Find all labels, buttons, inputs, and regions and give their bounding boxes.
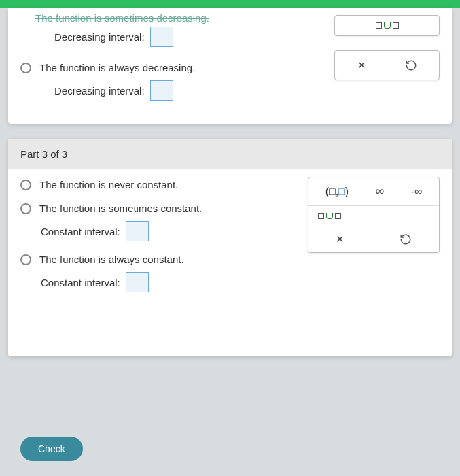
part3-card: Part 3 of 3 The function is never consta…	[8, 139, 452, 356]
part2-toolbar-1	[334, 15, 440, 36]
constant-interval-1-input[interactable]	[126, 221, 149, 241]
radio-icon	[20, 63, 31, 73]
decreasing-interval-2-label: Decreasing interval:	[54, 85, 145, 97]
union-icon[interactable]	[318, 213, 341, 219]
option-always-constant[interactable]: The function is always constant.	[20, 254, 440, 265]
infinity-button[interactable]: ∞	[375, 184, 384, 199]
sometimes-constant-label: The function is sometimes constant.	[39, 203, 202, 214]
part3-header: Part 3 of 3	[8, 139, 452, 169]
never-constant-label: The function is never constant.	[39, 179, 178, 190]
constant-interval-2-row: Constant interval:	[41, 272, 440, 292]
decreasing-interval-1-label: Decreasing interval:	[54, 31, 145, 43]
constant-interval-1-label: Constant interval:	[41, 226, 120, 237]
check-button[interactable]: Check	[20, 437, 83, 461]
decreasing-interval-1-input[interactable]	[150, 27, 173, 47]
reset-icon[interactable]	[400, 233, 412, 245]
top-green-bar	[0, 0, 460, 8]
radio-icon	[20, 180, 31, 190]
decreasing-interval-2-row: Decreasing interval:	[54, 80, 440, 101]
clear-icon[interactable]: ✕	[357, 59, 366, 71]
always-constant-label: The function is always constant.	[39, 254, 184, 265]
part2-card: The function is sometimes decreasing. De…	[8, 8, 452, 124]
clear-icon[interactable]: ✕	[336, 233, 344, 245]
neg-infinity-button[interactable]: -∞	[411, 186, 423, 198]
part2-toolbar-2: ✕	[334, 50, 440, 80]
decreasing-interval-2-input[interactable]	[150, 80, 173, 101]
always-decreasing-label: The function is always decreasing.	[39, 62, 195, 73]
radio-icon	[20, 203, 31, 214]
constant-interval-2-label: Constant interval:	[41, 277, 120, 288]
constant-interval-2-input[interactable]	[126, 272, 149, 292]
radio-icon	[20, 254, 31, 265]
ordered-pair-button[interactable]: (□,□)	[325, 186, 349, 198]
part3-toolbar: (□,□) ∞ -∞ ✕	[308, 177, 440, 253]
reset-icon[interactable]	[405, 59, 417, 71]
union-icon[interactable]	[376, 22, 399, 29]
